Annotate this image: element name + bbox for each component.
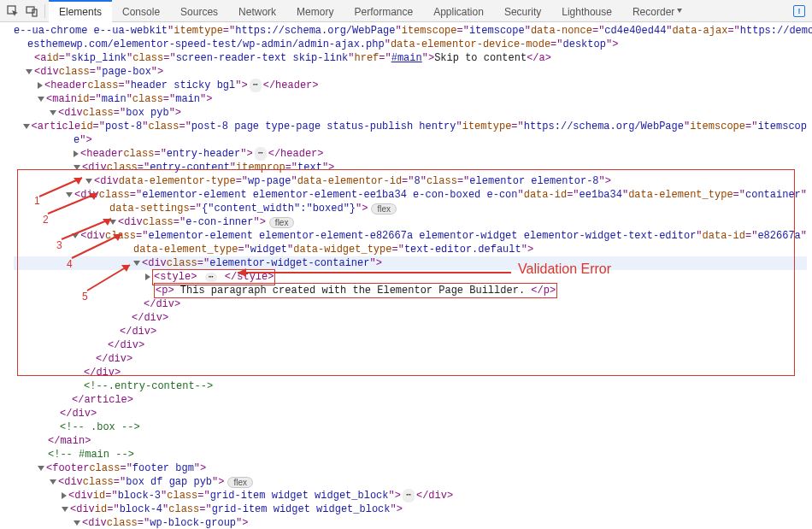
dom-line[interactable]: </main>	[14, 434, 807, 448]
disclosure-triangle-icon[interactable]	[74, 150, 79, 157]
dom-line[interactable]: e--ua-chrome e--ua-webkit" itemtype="htt…	[14, 24, 807, 38]
dom-line[interactable]: e">	[14, 133, 807, 147]
dom-line[interactable]: <header class="entry-header"> ⋯ </header…	[14, 147, 807, 161]
dom-line[interactable]: <div class="box pyb">	[14, 106, 807, 120]
dom-line[interactable]: <a id="skip_link" class="screen-reader-t…	[14, 51, 807, 65]
ellipsis-icon[interactable]: ⋯	[255, 147, 267, 161]
tab-sources[interactable]: Sources	[170, 0, 228, 22]
disclosure-triangle-icon[interactable]	[145, 273, 150, 280]
annotation-error-label: Validation Error	[518, 262, 611, 277]
dom-line[interactable]: <div id="block-4" class="grid-item widge…	[14, 503, 807, 516]
dom-line[interactable]: </div>	[14, 407, 807, 420]
dom-line[interactable]: <style> ⋯ </style>	[14, 270, 807, 284]
tab-network[interactable]: Network	[228, 0, 286, 22]
dom-line[interactable]: </div>	[14, 338, 807, 352]
dom-line[interactable]: <div id="block-3" class="grid-item widge…	[14, 489, 807, 503]
disclosure-triangle-icon[interactable]	[50, 110, 56, 115]
inspect-icon[interactable]	[3, 2, 22, 21]
dom-line[interactable]: <div class="e-con-inner"> flex	[14, 215, 807, 229]
disclosure-triangle-icon[interactable]	[66, 192, 73, 197]
annotation-number: 5	[82, 291, 88, 303]
dom-line[interactable]: esthemewp.com/elementor-speed-test/wp-ad…	[14, 38, 807, 51]
tab-application[interactable]: Application	[423, 0, 494, 22]
disclosure-triangle-icon[interactable]	[26, 69, 32, 74]
dom-line[interactable]: <!-- #main -->	[14, 448, 807, 461]
flex-badge[interactable]: flex	[269, 217, 295, 228]
dom-line[interactable]: </div>	[14, 366, 807, 379]
elements-dom-tree[interactable]: e--ua-chrome e--ua-webkit" itemtype="htt…	[0, 22, 812, 529]
disclosure-triangle-icon[interactable]	[85, 179, 92, 184]
disclosure-triangle-icon[interactable]	[62, 492, 67, 499]
dom-line[interactable]: <header class="header sticky bgl"> ⋯ </h…	[14, 79, 807, 92]
dom-line[interactable]: <main id="main" class="main">	[14, 92, 807, 106]
disclosure-triangle-icon[interactable]	[38, 82, 43, 89]
dom-line[interactable]: <div class="wp-block-group">	[14, 516, 807, 529]
ellipsis-icon[interactable]: ⋯	[250, 79, 262, 92]
disclosure-triangle-icon[interactable]	[72, 233, 79, 238]
dom-line[interactable]: <p> This paragraph created with the Elem…	[14, 284, 807, 297]
dom-line-selected[interactable]: <div class="elementor-widget-container">	[14, 256, 807, 270]
disclosure-triangle-icon[interactable]	[38, 466, 44, 471]
tab-recorder[interactable]: Recorder	[622, 0, 692, 22]
tab-memory[interactable]: Memory	[286, 0, 344, 22]
dom-line[interactable]: <div data-elementor-type="wp-page" data-…	[14, 174, 807, 188]
dom-line[interactable]: </div>	[14, 352, 807, 366]
disclosure-triangle-icon[interactable]	[109, 220, 116, 225]
tab-lighthouse[interactable]: Lighthouse	[551, 0, 622, 22]
dom-line[interactable]: <div class="entry-content" itemprop="tex…	[14, 161, 807, 174]
flex-badge[interactable]: flex	[227, 477, 253, 488]
disclosure-triangle-icon[interactable]	[74, 520, 80, 526]
disclosure-triangle-icon[interactable]	[62, 507, 68, 512]
annotation-number: 2	[43, 214, 49, 226]
annotation-number: 4	[67, 258, 73, 270]
dom-line[interactable]: <footer class="footer bgm">	[14, 461, 807, 475]
disclosure-triangle-icon[interactable]	[50, 479, 56, 485]
disclosure-triangle-icon[interactable]	[23, 124, 30, 129]
dom-line[interactable]: <div class="page-box">	[14, 65, 807, 79]
dom-line[interactable]: <!-- .box -->	[14, 420, 807, 434]
dom-line[interactable]: data-element_type="widget" data-widget_t…	[14, 243, 807, 256]
dom-line[interactable]: </article>	[14, 393, 807, 407]
annotation-number: 1	[34, 195, 40, 207]
dom-line[interactable]: <!--.entry-content-->	[14, 379, 807, 393]
dom-line[interactable]: </div>	[14, 325, 807, 338]
tab-performance[interactable]: Performance	[344, 0, 423, 22]
ellipsis-icon[interactable]: ⋯	[403, 489, 415, 503]
separator	[44, 4, 45, 18]
disclosure-triangle-icon[interactable]	[38, 97, 44, 102]
dom-line[interactable]: </div>	[14, 297, 807, 311]
dom-line[interactable]: <div class="elementor-element elementor-…	[14, 188, 807, 202]
dom-line[interactable]: </div>	[14, 311, 807, 325]
device-toggle-icon[interactable]	[22, 2, 41, 21]
tab-elements[interactable]: Elements	[49, 0, 112, 22]
ellipsis-icon[interactable]: ⋯	[205, 273, 217, 282]
dom-line[interactable]: <div class="elementor-element elementor-…	[14, 229, 807, 243]
disclosure-triangle-icon[interactable]	[74, 165, 80, 170]
annotation-number: 3	[56, 239, 62, 251]
tab-security[interactable]: Security	[494, 0, 551, 22]
disclosure-triangle-icon[interactable]	[133, 261, 140, 266]
flex-badge[interactable]: flex	[371, 203, 397, 215]
dom-line[interactable]: <div class="box df gap pyb"> flex	[14, 475, 807, 489]
dom-line[interactable]: data-settings="{"content_width":"boxed"}…	[14, 202, 807, 215]
dom-line[interactable]: <article id="post-8" class="post-8 page …	[14, 120, 807, 133]
devtools-tabbar: Elements Console Sources Network Memory …	[0, 0, 812, 22]
tab-console[interactable]: Console	[112, 0, 170, 22]
issues-icon[interactable]: !	[793, 5, 805, 17]
